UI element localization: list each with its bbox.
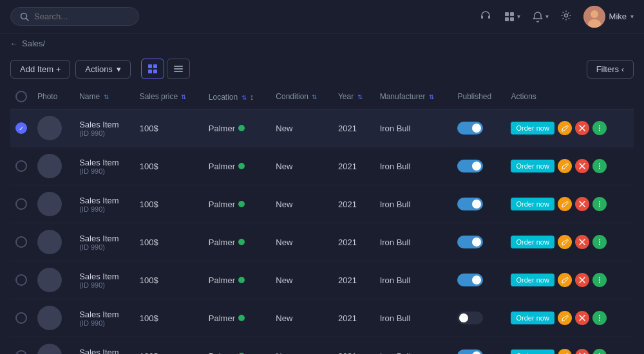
user-menu[interactable]: Mike ▾: [583, 6, 634, 28]
edit-icon: [561, 276, 569, 284]
delete-button[interactable]: [575, 235, 589, 249]
row-checkbox-cell[interactable]: [10, 261, 32, 299]
col-manufacturer[interactable]: Manufacturer ⇅: [375, 84, 453, 109]
row-published-cell[interactable]: [452, 223, 506, 261]
row-checkbox[interactable]: [15, 274, 27, 286]
row-checkbox[interactable]: [15, 160, 27, 172]
select-all-checkbox[interactable]: [15, 91, 27, 102]
row-checkbox-cell[interactable]: [10, 337, 32, 355]
edit-button[interactable]: [558, 159, 572, 173]
row-published-cell[interactable]: [452, 185, 506, 223]
row-checkbox-cell[interactable]: [10, 147, 32, 185]
row-photo-cell: [32, 261, 74, 299]
edit-button[interactable]: [558, 311, 572, 325]
row-checkbox[interactable]: [15, 122, 27, 134]
delete-button[interactable]: [575, 121, 589, 135]
more-button[interactable]: [592, 159, 607, 173]
notifications-icon[interactable]: ▾: [532, 11, 549, 23]
published-toggle[interactable]: [457, 198, 483, 210]
col-name[interactable]: Name ⇅: [74, 84, 134, 109]
row-checkbox[interactable]: [15, 236, 27, 248]
row-year-cell: 2021: [333, 147, 375, 185]
edit-button[interactable]: [558, 121, 572, 135]
action-buttons: Order now: [511, 273, 629, 287]
row-checkbox[interactable]: [15, 350, 27, 354]
edit-icon: [561, 162, 569, 170]
row-name-cell: Sales Item (ID 990): [74, 185, 134, 223]
svg-point-36: [599, 320, 600, 321]
actions-button[interactable]: Actions ▾: [75, 60, 131, 79]
col-condition[interactable]: Condition ⇅: [270, 84, 333, 109]
order-now-button[interactable]: Order now: [511, 198, 554, 210]
edit-button[interactable]: [558, 349, 572, 354]
more-button[interactable]: [592, 121, 607, 135]
row-checkbox[interactable]: [15, 312, 27, 324]
table-row: Sales Item (ID 990) 100$ Palmer New 2021…: [10, 223, 634, 261]
order-now-button[interactable]: Order now: [511, 160, 554, 172]
row-checkbox-cell[interactable]: [10, 299, 32, 337]
table-row: Sales Item (ID 990) 100$ Palmer New 2021…: [10, 109, 634, 147]
row-published-cell[interactable]: [452, 261, 506, 299]
order-now-button[interactable]: Order now: [511, 122, 554, 135]
edit-button[interactable]: [558, 273, 572, 287]
row-published-cell[interactable]: [452, 147, 506, 185]
edit-button[interactable]: [558, 197, 572, 211]
headset-icon[interactable]: [479, 9, 492, 24]
select-all-header[interactable]: [10, 84, 32, 109]
row-published-cell[interactable]: [452, 109, 506, 147]
settings-icon[interactable]: [560, 10, 572, 24]
more-button[interactable]: [592, 197, 607, 211]
published-toggle[interactable]: [457, 236, 483, 248]
filters-button[interactable]: Filters ‹: [587, 60, 634, 79]
row-year-cell: 2021: [333, 223, 375, 261]
order-now-button[interactable]: Order now: [511, 236, 554, 248]
row-actions-cell: Order now: [506, 185, 634, 223]
published-toggle[interactable]: [457, 274, 483, 286]
add-item-button[interactable]: Add Item +: [10, 60, 70, 79]
delete-button[interactable]: [575, 273, 589, 287]
delete-button[interactable]: [575, 349, 589, 354]
more-button[interactable]: [592, 235, 607, 249]
col-location[interactable]: Location ⇅ ↕: [204, 84, 271, 109]
published-toggle[interactable]: [457, 160, 483, 172]
items-table: Photo Name ⇅ Sales price ⇅ Location ⇅ ↕ …: [10, 84, 634, 354]
table-row: Sales Item (ID 990) 100$ Palmer New 2021…: [10, 337, 634, 355]
list-view-button[interactable]: [167, 59, 190, 79]
published-toggle[interactable]: [457, 122, 483, 135]
delete-button[interactable]: [575, 311, 589, 325]
delete-button[interactable]: [575, 159, 589, 173]
order-now-button[interactable]: Order now: [511, 349, 554, 354]
order-now-button[interactable]: Order now: [511, 274, 554, 286]
order-now-button[interactable]: Order now: [511, 312, 554, 324]
edit-button[interactable]: [558, 235, 572, 249]
row-checkbox-cell[interactable]: [10, 109, 32, 147]
actions-chevron-icon: ▾: [117, 64, 121, 74]
more-icon: [596, 276, 603, 284]
grid-icon: [147, 64, 158, 74]
search-box[interactable]: [10, 7, 139, 26]
apps-icon[interactable]: ▾: [504, 11, 520, 23]
item-name: Sales Item: [79, 234, 129, 243]
published-toggle[interactable]: [457, 349, 483, 354]
col-year[interactable]: Year ⇅: [333, 84, 375, 109]
back-arrow-icon[interactable]: ←: [10, 39, 18, 48]
col-published: Published: [452, 84, 506, 109]
row-published-cell[interactable]: [452, 337, 506, 355]
search-input[interactable]: [34, 12, 124, 21]
published-toggle[interactable]: [457, 312, 483, 324]
view-toggle: [141, 59, 190, 79]
delete-button[interactable]: [575, 197, 589, 211]
col-price[interactable]: Sales price ⇅: [135, 84, 204, 109]
delete-icon: [578, 124, 586, 132]
row-checkbox-cell[interactable]: [10, 185, 32, 223]
more-button[interactable]: [592, 273, 607, 287]
more-button[interactable]: [592, 311, 607, 325]
row-checkbox-cell[interactable]: [10, 223, 32, 261]
grid-view-button[interactable]: [141, 59, 164, 79]
item-location: Palmer: [209, 162, 235, 171]
more-button[interactable]: [592, 349, 607, 354]
row-checkbox[interactable]: [15, 198, 27, 210]
location-dot-icon: [238, 239, 245, 245]
item-location: Palmer: [209, 313, 235, 323]
row-published-cell[interactable]: [452, 299, 506, 337]
